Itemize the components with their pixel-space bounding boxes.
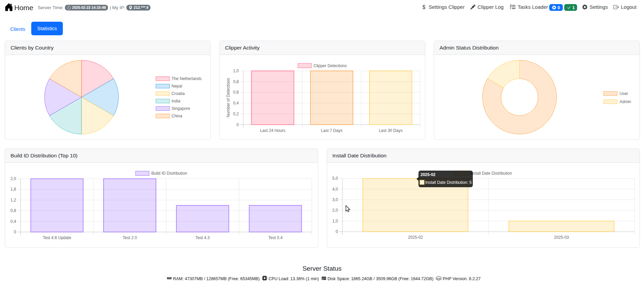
- svg-text:0,4: 0,4: [11, 219, 16, 224]
- svg-text:2025-02: 2025-02: [408, 235, 423, 240]
- svg-text:0: 0: [14, 230, 16, 234]
- svg-text:Last 7 Days: Last 7 Days: [321, 128, 342, 133]
- svg-text:Clipper Detections: Clipper Detections: [314, 63, 347, 68]
- svg-text:Last 30 Days: Last 30 Days: [379, 128, 402, 133]
- svg-text:1,0: 1,0: [332, 219, 338, 224]
- svg-text:5,0: 5,0: [332, 176, 338, 181]
- svg-text:2,0: 2,0: [11, 176, 16, 181]
- svg-text:Number of Detections: Number of Detections: [226, 78, 231, 117]
- svg-text:2025-02: 2025-02: [421, 172, 435, 177]
- svg-text:0,6: 0,6: [233, 90, 239, 95]
- svg-text:Build ID Distribution: Build ID Distribution: [151, 171, 187, 176]
- svg-text:0,8: 0,8: [11, 208, 16, 213]
- svg-text:Install Date Distribution: 5: Install Date Distribution: 5: [425, 180, 472, 185]
- svg-text:0: 0: [336, 229, 338, 234]
- svg-text:Singapore: Singapore: [172, 106, 190, 111]
- svg-text:Test 0.4: Test 0.4: [268, 235, 283, 240]
- svg-text:The Netherlands: The Netherlands: [172, 76, 202, 81]
- svg-text:4,0: 4,0: [332, 187, 338, 192]
- svg-text:2,0: 2,0: [332, 208, 338, 213]
- svg-text:User: User: [620, 91, 628, 96]
- svg-text:Last 24 Hours: Last 24 Hours: [260, 128, 285, 133]
- svg-text:China: China: [172, 114, 182, 118]
- svg-text:1,0: 1,0: [233, 69, 239, 73]
- svg-text:Test 4.3: Test 4.3: [195, 235, 210, 240]
- svg-text:Admin: Admin: [620, 99, 631, 104]
- svg-text:Test 4.6 Update: Test 4.6 Update: [43, 235, 71, 240]
- svg-text:2025-03: 2025-03: [554, 235, 569, 240]
- svg-text:Croatia: Croatia: [172, 91, 185, 96]
- svg-text:1,2: 1,2: [11, 198, 16, 202]
- svg-text:0: 0: [236, 122, 239, 127]
- svg-text:India: India: [172, 99, 180, 103]
- svg-text:Nepal: Nepal: [172, 84, 182, 89]
- svg-text:0,8: 0,8: [233, 79, 239, 84]
- svg-text:0,4: 0,4: [233, 101, 239, 105]
- svg-text:Install Date Distribution: Install Date Distribution: [470, 171, 512, 176]
- svg-text:0,2: 0,2: [233, 112, 239, 116]
- svg-text:Test 2.0: Test 2.0: [123, 235, 137, 240]
- svg-text:1,6: 1,6: [11, 187, 16, 192]
- svg-text:3,0: 3,0: [332, 197, 338, 202]
